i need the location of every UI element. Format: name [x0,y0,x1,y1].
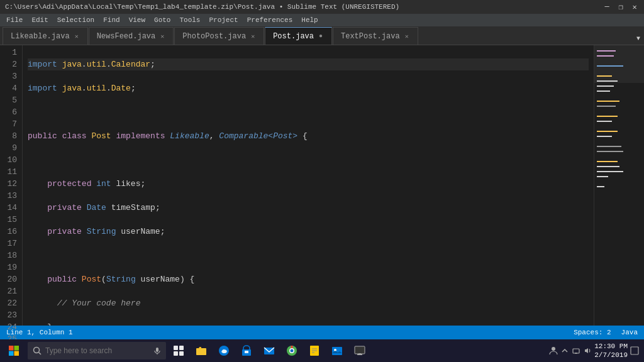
chrome-icon [286,344,298,357]
tab-likeable[interactable]: Likeable.java ✕ [3,27,88,45]
menu-edit[interactable]: Edit [28,15,52,25]
mail-icon [263,344,275,357]
menu-project[interactable]: Project [205,15,242,25]
minimize-button[interactable]: — [602,3,611,11]
maximize-button[interactable]: ❐ [616,3,625,11]
taskbar-edge[interactable] [214,341,234,361]
search-bar[interactable] [28,342,166,359]
spaces-indicator[interactable]: Spaces: 2 [574,329,611,336]
svg-rect-26 [355,346,365,354]
close-button[interactable]: ✕ [630,3,639,11]
tab-newsfeed[interactable]: NewsFeed.java ✕ [89,27,174,45]
menu-selection[interactable]: Selection [53,15,98,25]
microphone-icon [153,347,161,354]
svg-rect-6 [156,348,158,352]
taskbar: 12:30 PM 2/7/2019 [0,339,644,362]
language-indicator[interactable]: Java [621,329,638,336]
menu-view[interactable]: View [125,15,149,25]
svg-rect-12 [196,348,206,355]
edge-icon [218,344,230,357]
menu-bar: File Edit Selection Find View Goto Tools… [0,14,644,26]
svg-rect-15 [245,351,248,353]
folder-icon [195,344,208,357]
svg-rect-0 [9,346,14,351]
system-clock[interactable]: 12:30 PM 2/7/2019 [594,342,628,360]
window-controls: — ❐ ✕ [602,3,639,11]
sticky-notes-icon [308,344,321,357]
task-view-icon [172,344,185,357]
main-area: 12345 678910 1112131415 1617181920 21222… [0,45,644,326]
chevron-up-icon[interactable] [560,346,569,355]
tab-label-likeable: Likeable.java [11,32,70,41]
taskbar-chrome[interactable] [282,341,302,361]
close-tab-likeable[interactable]: ✕ [74,32,80,41]
search-input[interactable] [45,346,150,355]
clock-date: 2/7/2019 [594,351,628,359]
svg-point-19 [291,349,294,353]
menu-goto[interactable]: Goto [150,15,174,25]
menu-preferences[interactable]: Preferences [243,15,297,25]
search-icon [33,346,42,355]
store-icon [240,344,253,357]
line-numbers: 12345 678910 1112131415 1617181920 21222… [0,45,23,326]
tab-textpost[interactable]: TextPost.java ✕ [333,27,418,45]
svg-rect-3 [14,351,19,356]
code-editor[interactable]: import java.util.Calendar; import java.u… [23,45,594,326]
svg-point-29 [552,347,555,351]
close-tab-textpost[interactable]: ✕ [404,32,410,41]
svg-line-5 [39,353,42,355]
photos-icon [331,344,343,357]
svg-rect-1 [14,346,19,351]
people-icon [549,346,558,355]
svg-rect-11 [179,351,184,356]
tab-post[interactable]: Post.java ● [265,27,332,45]
taskbar-store[interactable] [236,341,257,361]
tab-label-post: Post.java [273,32,314,41]
taskbar-file-explorer[interactable] [191,341,211,361]
taskbar-photos[interactable] [327,341,347,361]
svg-rect-2 [9,351,14,356]
status-right: Spaces: 2 Java [574,329,638,336]
title-bar: C:\Users\Adi\AppData\Local\Temp\Temp1_la… [0,0,644,14]
menu-tools[interactable]: Tools [175,15,204,25]
tab-scroll-arrow[interactable]: ▼ [633,33,644,45]
cursor-position: Line 1, Column 1 [6,329,73,336]
tab-label-textpost: TextPost.java [341,32,400,41]
taskbar-right: 12:30 PM 2/7/2019 [549,342,641,360]
network-icon [572,346,580,355]
svg-rect-9 [179,346,184,350]
notification-icon[interactable] [630,346,639,355]
menu-help[interactable]: Help [297,15,321,25]
tab-photopost[interactable]: PhotoPost.java ✕ [174,27,264,45]
svg-point-4 [34,348,40,353]
svg-rect-28 [357,354,362,355]
windows-logo-icon [8,345,19,356]
taskbar-task-view[interactable] [169,341,189,361]
tab-label-photopost: PhotoPost.java [182,32,246,41]
taskbar-connect[interactable] [350,341,370,361]
minimap-canvas [594,45,644,326]
svg-rect-10 [174,351,178,356]
close-tab-newsfeed[interactable]: ✕ [159,32,165,41]
svg-rect-32 [631,347,638,354]
status-left: Line 1, Column 1 [6,329,73,336]
menu-file[interactable]: File [3,15,26,25]
start-button[interactable] [3,339,25,362]
connect-icon [353,344,366,357]
minimap [594,45,644,326]
taskbar-mail[interactable] [259,341,279,361]
tab-label-newsfeed: NewsFeed.java [97,32,156,41]
menu-find[interactable]: Find [99,15,123,25]
clock-time: 12:30 PM [594,342,628,351]
status-bar: Line 1, Column 1 Spaces: 2 Java [0,326,644,339]
close-tab-photopost[interactable]: ✕ [250,32,256,41]
svg-rect-24 [332,347,342,355]
taskbar-sticky[interactable] [304,341,325,361]
svg-rect-8 [174,346,178,350]
svg-rect-30 [573,349,579,353]
close-tab-post[interactable]: ● [318,32,324,40]
title-text: C:\Users\Adi\AppData\Local\Temp\Temp1_la… [5,3,399,11]
speaker-icon [583,346,592,355]
tab-bar: Likeable.java ✕ NewsFeed.java ✕ PhotoPos… [0,26,644,45]
